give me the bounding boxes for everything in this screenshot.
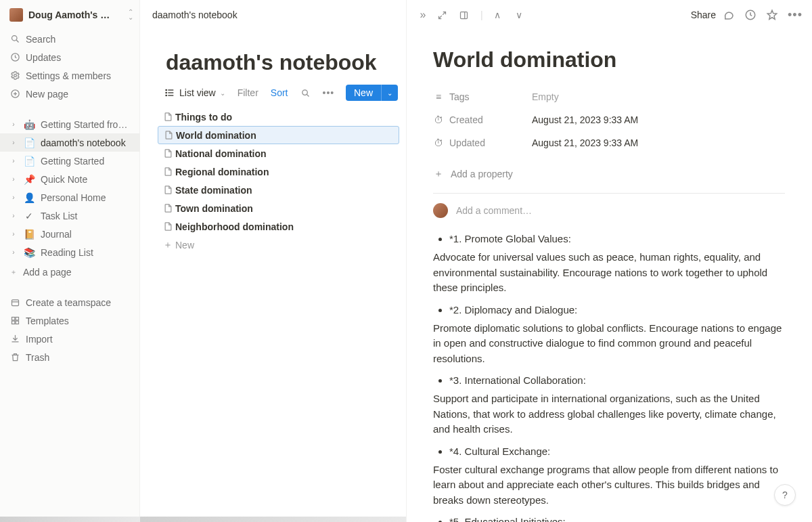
page-more-icon[interactable]: ••• — [788, 8, 803, 22]
sidebar-import[interactable]: Import — [0, 330, 140, 348]
property-key: ≡Tags — [433, 91, 532, 102]
search-icon — [9, 34, 20, 45]
page-emoji: 📄 — [23, 156, 35, 167]
content-paragraph[interactable]: Promote diplomatic solutions to global c… — [433, 321, 785, 367]
list-item[interactable]: World domination — [158, 126, 399, 144]
help-button[interactable]: ? — [774, 484, 796, 506]
list-item[interactable]: Neighborhood domination — [158, 217, 399, 236]
add-property[interactable]: ＋ Add a property — [433, 163, 785, 185]
chevron-right-icon[interactable]: › — [9, 121, 18, 128]
svg-rect-7 — [12, 300, 18, 306]
page-content[interactable]: *1. Promote Global Values:Advocate for u… — [433, 233, 785, 522]
new-button[interactable]: New — [346, 85, 381, 101]
content-paragraph[interactable]: Support and participate in international… — [433, 391, 785, 437]
more-icon[interactable]: ••• — [319, 85, 339, 100]
sidebar-add-page[interactable]: ＋ Add a page — [0, 263, 140, 281]
chevron-right-icon[interactable]: › — [9, 157, 18, 165]
content-bullet[interactable]: *5. Educational Initiatives: — [449, 516, 785, 522]
history-icon[interactable] — [744, 9, 759, 21]
property-value[interactable]: Empty — [532, 91, 559, 102]
double-chevron-icon[interactable]: » — [415, 9, 430, 21]
page-icon — [163, 112, 175, 122]
list-item[interactable]: Town domination — [158, 199, 399, 217]
page-title[interactable]: World domination — [433, 47, 785, 72]
property-row[interactable]: ⏱CreatedAugust 21, 2023 9:33 AM — [433, 109, 785, 131]
page-label: daamoth's notebook — [41, 137, 133, 148]
database-panel: daamoth's notebook daamoth's notebook Li… — [140, 0, 406, 522]
page-label: Task List — [41, 211, 133, 221]
list-item-title: Things to do — [175, 112, 232, 123]
property-key: ⏱Created — [433, 114, 532, 125]
chevron-right-icon[interactable]: › — [9, 230, 18, 238]
property-row[interactable]: ⏱UpdatedAugust 21, 2023 9:33 AM — [433, 132, 785, 154]
content-bullet[interactable]: *4. Cultural Exchange: — [449, 445, 785, 457]
content-bullet[interactable]: *1. Promote Global Values: — [449, 233, 785, 244]
prev-page-icon[interactable]: ∧ — [490, 9, 505, 20]
updown-icon: ⌃⌄ — [128, 9, 133, 20]
breadcrumb[interactable]: daamoth's notebook — [140, 0, 406, 30]
search-button[interactable] — [296, 86, 315, 100]
peek-mode-icon[interactable] — [459, 10, 474, 20]
list-item[interactable]: National domination — [158, 144, 399, 162]
sidebar-new-page[interactable]: New page — [0, 85, 140, 103]
plus-icon: ＋ — [163, 239, 175, 251]
list-item[interactable]: Regional domination — [158, 162, 399, 181]
sidebar-page[interactable]: ›📚Reading List — [0, 243, 140, 261]
svg-line-20 — [307, 94, 309, 96]
expand-icon[interactable] — [437, 10, 452, 20]
svg-line-21 — [443, 12, 445, 14]
sidebar-teamspace[interactable]: Create a teamspace — [0, 293, 140, 311]
list-item-title: Neighborhood domination — [175, 221, 294, 232]
comment-input[interactable]: Add a comment… — [433, 203, 785, 218]
sidebar-page[interactable]: ›✓Task List — [0, 206, 140, 225]
list-item[interactable]: State domination — [158, 181, 399, 199]
new-button-chevron[interactable]: ⌄ — [381, 85, 398, 101]
svg-rect-9 — [12, 318, 14, 320]
svg-point-19 — [302, 89, 307, 95]
sidebar-updates[interactable]: Updates — [0, 48, 140, 66]
page-label: Personal Home — [41, 192, 133, 203]
page-icon — [163, 185, 175, 195]
comments-icon[interactable] — [723, 9, 738, 21]
content-bullet[interactable]: *3. International Collaboration: — [449, 374, 785, 386]
plus-icon: ＋ — [433, 168, 444, 180]
sidebar-templates[interactable]: Templates — [0, 311, 140, 330]
sidebar-page[interactable]: ›📄daamoth's notebook — [0, 133, 140, 152]
chevron-right-icon[interactable]: › — [9, 194, 18, 201]
next-page-icon[interactable]: ∨ — [512, 9, 526, 20]
sidebar-page[interactable]: ›🤖Getting Started from Eve… — [0, 115, 140, 133]
teamspace-icon — [9, 297, 20, 308]
chevron-right-icon[interactable]: › — [9, 212, 18, 219]
view-picker[interactable]: List view ⌄ — [160, 85, 229, 101]
page-label: Getting Started from Eve… — [41, 119, 133, 130]
svg-point-0 — [12, 36, 17, 41]
property-row[interactable]: ≡TagsEmpty — [433, 86, 785, 108]
content-paragraph[interactable]: Advocate for universal values such as pe… — [433, 250, 785, 296]
database-title[interactable]: daamoth's notebook — [166, 30, 394, 81]
filter-button[interactable]: Filter — [233, 85, 263, 100]
chevron-right-icon[interactable]: › — [9, 248, 18, 256]
svg-point-17 — [166, 92, 166, 93]
property-value[interactable]: August 21, 2023 9:33 AM — [532, 114, 638, 125]
property-value[interactable]: August 21, 2023 9:33 AM — [532, 137, 638, 148]
workspace-switcher[interactable]: Doug Aamoth's … ⌃⌄ — [0, 7, 140, 28]
chevron-right-icon[interactable]: › — [9, 139, 18, 146]
sidebar-trash[interactable]: Trash — [0, 348, 140, 366]
new-row[interactable]: ＋New — [158, 236, 399, 254]
favorite-icon[interactable] — [766, 9, 781, 21]
content-paragraph[interactable]: Foster cultural exchange programs that a… — [433, 462, 785, 508]
share-button[interactable]: Share — [691, 9, 716, 20]
sort-button[interactable]: Sort — [267, 85, 292, 100]
list-item-title: Regional domination — [175, 167, 269, 177]
content-bullet[interactable]: *2. Diplomacy and Dialogue: — [449, 304, 785, 316]
chevron-right-icon[interactable]: › — [9, 175, 18, 183]
property-icon: ⏱ — [433, 137, 444, 148]
list-item[interactable]: Things to do — [158, 108, 399, 126]
sidebar-settings[interactable]: Settings & members — [0, 66, 140, 85]
sidebar-page[interactable]: ›📔Journal — [0, 225, 140, 243]
sidebar-search[interactable]: Search — [0, 30, 140, 48]
sidebar-page[interactable]: ›📌Quick Note — [0, 170, 140, 188]
sidebar-page[interactable]: ›📄Getting Started — [0, 152, 140, 170]
sidebar-page[interactable]: ›👤Personal Home — [0, 188, 140, 206]
sidebar: Doug Aamoth's … ⌃⌄ Search Updates Settin… — [0, 0, 140, 522]
